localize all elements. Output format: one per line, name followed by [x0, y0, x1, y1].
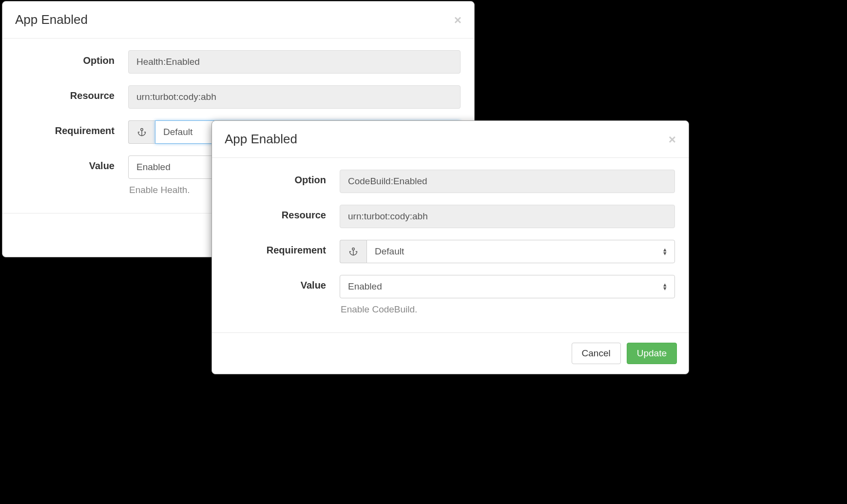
update-button[interactable]: Update	[627, 343, 677, 364]
value-label: Value	[226, 275, 340, 291]
requirement-value: Default	[375, 246, 404, 257]
close-button[interactable]: ×	[454, 14, 462, 26]
option-input: Health:Enabled	[128, 50, 461, 74]
requirement-label: Requirement	[226, 240, 340, 256]
resource-label: Resource	[16, 85, 128, 101]
value-value: Enabled	[348, 281, 382, 292]
form-row-requirement: Requirement Default ▴▾	[226, 240, 675, 263]
form-row-option: Option CodeBuild:Enabled	[226, 170, 675, 193]
resource-label: Resource	[226, 205, 340, 221]
option-label: Option	[16, 50, 128, 66]
requirement-value: Default	[163, 127, 192, 137]
value-hint: Enable CodeBuild.	[340, 304, 675, 315]
resource-input: urn:turbot:cody:abh	[340, 205, 675, 228]
form-row-value: Value Enabled ▴▾ Enable CodeBuild.	[226, 275, 675, 315]
requirement-label: Requirement	[16, 120, 128, 136]
modal-header: App Enabled ×	[2, 1, 474, 39]
select-arrows-icon: ▴▾	[663, 248, 667, 255]
modal-body: Option CodeBuild:Enabled Resource urn:tu…	[212, 158, 689, 332]
modal-app-enabled-codebuild: App Enabled × Option CodeBuild:Enabled R…	[212, 120, 689, 374]
modal-header: App Enabled ×	[212, 121, 689, 158]
requirement-select[interactable]: Default ▴▾	[366, 240, 675, 263]
value-select[interactable]: Enabled ▴▾	[340, 275, 675, 298]
option-input: CodeBuild:Enabled	[340, 170, 675, 193]
modal-title: App Enabled	[15, 12, 88, 27]
resource-input: urn:turbot:cody:abh	[128, 85, 461, 109]
option-label: Option	[226, 170, 340, 186]
anchor-icon	[128, 120, 155, 144]
modal-footer: Cancel Update	[212, 332, 689, 374]
modal-title: App Enabled	[225, 132, 297, 147]
anchor-icon	[340, 240, 366, 263]
select-arrows-icon: ▴▾	[663, 283, 667, 291]
form-row-option: Option Health:Enabled	[16, 50, 461, 74]
form-row-resource: Resource urn:turbot:cody:abh	[16, 85, 461, 109]
close-button[interactable]: ×	[669, 133, 676, 146]
form-row-resource: Resource urn:turbot:cody:abh	[226, 205, 675, 228]
value-value: Enabled	[136, 162, 171, 173]
cancel-button[interactable]: Cancel	[572, 343, 621, 364]
value-label: Value	[16, 155, 128, 172]
